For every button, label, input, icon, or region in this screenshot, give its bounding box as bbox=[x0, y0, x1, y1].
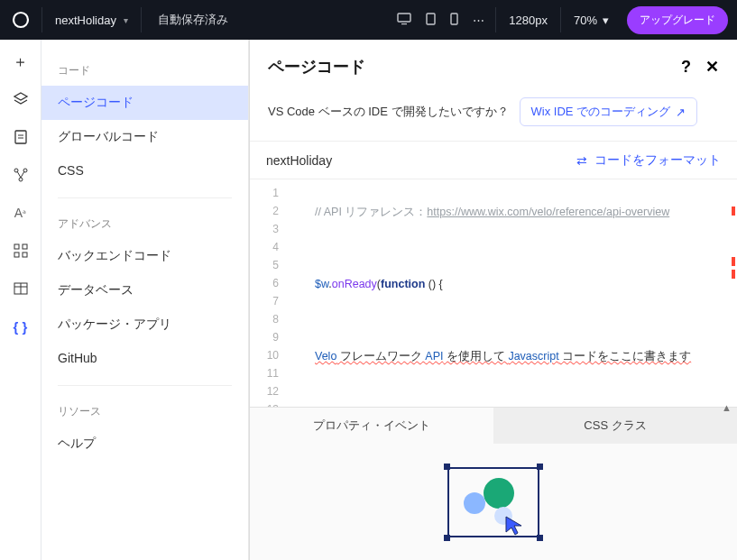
wix-logo[interactable] bbox=[0, 0, 41, 40]
svg-rect-3 bbox=[427, 14, 435, 24]
close-icon[interactable]: ✕ bbox=[705, 57, 719, 77]
tab-css-class[interactable]: CSS クラス bbox=[493, 408, 737, 444]
bottom-panel: ▲ プロパティ・イベント CSS クラス bbox=[250, 407, 737, 560]
empty-state-illustration bbox=[444, 462, 543, 543]
ide-prompt-text: VS Code ベースの IDE で開発したいですか？ bbox=[268, 104, 509, 120]
drag-handle-icon[interactable]: ▲ bbox=[722, 402, 732, 413]
sidebar-item-global-code[interactable]: グローバルコード bbox=[41, 120, 248, 154]
section-resource-label: リソース bbox=[41, 397, 248, 427]
svg-rect-4 bbox=[451, 14, 457, 24]
tab-properties-events[interactable]: プロパティ・イベント bbox=[250, 408, 493, 444]
section-code-label: コード bbox=[41, 56, 248, 86]
save-status: 自動保存済み bbox=[142, 12, 244, 28]
content-area: ページコード ? ✕ VS Code ベースの IDE で開発したいですか？ W… bbox=[249, 40, 737, 560]
project-switcher[interactable]: nextHoliday ▾ bbox=[42, 0, 141, 40]
apps-icon[interactable] bbox=[12, 242, 30, 260]
chevron-down-icon: ▾ bbox=[603, 14, 609, 27]
svg-rect-12 bbox=[23, 244, 27, 249]
connections-icon[interactable] bbox=[12, 166, 30, 184]
svg-point-10 bbox=[19, 178, 23, 181]
svg-rect-5 bbox=[15, 131, 26, 143]
svg-rect-13 bbox=[14, 252, 19, 257]
section-advance-label: アドバンス bbox=[41, 209, 248, 239]
error-marker bbox=[732, 270, 735, 279]
error-marker bbox=[732, 257, 735, 266]
svg-rect-14 bbox=[23, 252, 27, 257]
line-gutter: 123456789101112131415 bbox=[250, 179, 286, 407]
zoom-level[interactable]: 70% ▾ bbox=[561, 14, 622, 27]
plus-icon[interactable]: ＋ bbox=[12, 52, 30, 70]
tablet-icon[interactable] bbox=[426, 13, 436, 28]
page-title: ページコード bbox=[268, 56, 681, 78]
tab-current-page[interactable]: nextHoliday bbox=[250, 142, 348, 179]
left-icon-rail: ＋ Aᵃ { } bbox=[0, 40, 41, 560]
upgrade-button[interactable]: アップグレード bbox=[627, 6, 728, 34]
svg-rect-2 bbox=[401, 23, 407, 24]
sidebar-item-backend[interactable]: バックエンドコード bbox=[41, 239, 248, 273]
sidebar-item-css[interactable]: CSS bbox=[41, 154, 248, 187]
top-bar: nextHoliday ▾ 自動保存済み ⋯ 1280px 70% ▾ アップグ… bbox=[0, 0, 737, 40]
svg-point-0 bbox=[14, 13, 28, 27]
text-icon[interactable]: Aᵃ bbox=[12, 204, 30, 222]
desktop-icon[interactable] bbox=[397, 13, 411, 28]
viewport-width[interactable]: 1280px bbox=[496, 14, 560, 27]
layers-icon[interactable] bbox=[12, 90, 30, 108]
format-icon: ⇄ bbox=[576, 153, 587, 168]
sidebar-item-database[interactable]: データベース bbox=[41, 273, 248, 308]
device-icons: ⋯ bbox=[386, 13, 495, 28]
code-editor[interactable]: 123456789101112131415 // API リファレンス：http… bbox=[250, 179, 737, 407]
mobile-icon[interactable] bbox=[450, 13, 458, 28]
svg-rect-11 bbox=[14, 244, 19, 249]
external-link-icon: ↗ bbox=[676, 106, 686, 119]
table-icon[interactable] bbox=[12, 280, 30, 298]
sidebar-item-packages[interactable]: パッケージ・アプリ bbox=[41, 308, 248, 342]
error-marker bbox=[732, 207, 735, 216]
more-icon[interactable]: ⋯ bbox=[473, 14, 484, 27]
chevron-down-icon: ▾ bbox=[124, 15, 128, 25]
sidebar-item-help[interactable]: ヘルプ bbox=[41, 427, 248, 461]
side-panel: コード ページコード グローバルコード CSS アドバンス バックエンドコード … bbox=[41, 40, 249, 560]
sidebar-item-page-code[interactable]: ページコード bbox=[41, 86, 248, 120]
project-name: nextHoliday bbox=[55, 14, 116, 27]
format-code-button[interactable]: ⇄ コードをフォーマット bbox=[560, 152, 737, 169]
sidebar-item-github[interactable]: GitHub bbox=[41, 342, 248, 374]
code-body[interactable]: // API リファレンス：https://www.wix.com/velo/r… bbox=[286, 179, 737, 407]
page-icon[interactable] bbox=[12, 128, 30, 146]
wix-ide-button[interactable]: Wix IDE でのコーディング ↗ bbox=[520, 97, 698, 126]
braces-icon[interactable]: { } bbox=[12, 317, 30, 335]
svg-rect-1 bbox=[398, 14, 410, 22]
help-icon[interactable]: ? bbox=[681, 58, 691, 77]
